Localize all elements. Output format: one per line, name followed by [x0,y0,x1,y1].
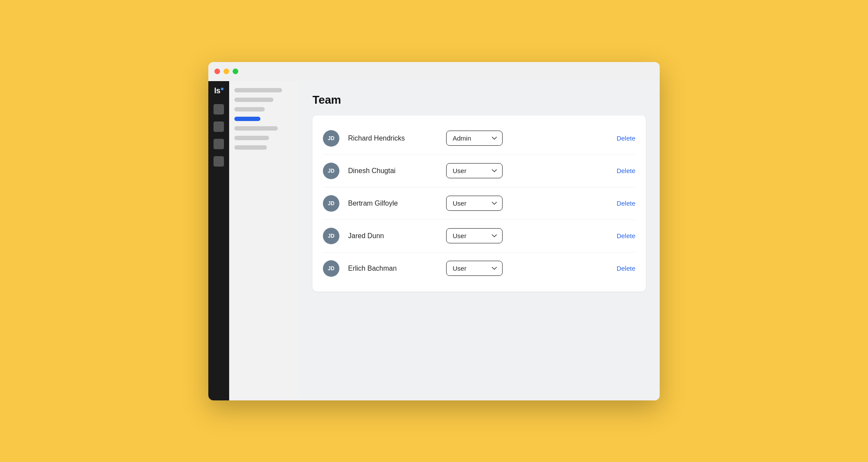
delete-button-dinesh[interactable]: Delete [609,167,635,174]
sidebar-icon-1[interactable] [214,104,224,115]
sidebar-nav-item-3[interactable] [234,107,265,111]
delete-button-bertram[interactable]: Delete [609,200,635,207]
team-row: JDBertram GilfoyleAdminUserDelete [323,187,635,220]
avatar-erlich: JD [323,260,339,277]
team-row: JDErlich BachmanAdminUserDelete [323,252,635,285]
sidebar-nav-item-active[interactable] [234,117,260,121]
avatar-jared: JD [323,228,339,244]
role-select-dinesh[interactable]: AdminUser [446,163,503,178]
member-name-dinesh: Dinesh Chugtai [348,167,437,175]
role-select-richard[interactable]: AdminUser [446,131,503,146]
sidebar-icon-2[interactable] [214,121,224,132]
role-select-jared[interactable]: AdminUser [446,228,503,243]
app-body: ls Team JDRichard HendricksAdminUserDele… [208,81,660,400]
team-row: JDDinesh ChugtaiAdminUserDelete [323,155,635,187]
page-title: Team [312,93,646,107]
member-name-richard: Richard Hendricks [348,134,437,142]
sidebar-nav-item-6[interactable] [234,136,269,140]
sidebar-dark: ls [208,81,229,400]
logo-dot [221,88,224,90]
sidebar-icon-3[interactable] [214,139,224,149]
titlebar [208,62,660,81]
sidebar-nav-item-2[interactable] [234,98,273,102]
avatar-richard: JD [323,130,339,147]
member-name-jared: Jared Dunn [348,232,437,240]
main-content: Team JDRichard HendricksAdminUserDeleteJ… [299,81,660,400]
avatar-bertram: JD [323,195,339,212]
team-card: JDRichard HendricksAdminUserDeleteJDDine… [312,115,646,292]
sidebar-nav-item-7[interactable] [234,145,267,150]
role-select-bertram[interactable]: AdminUser [446,196,503,211]
delete-button-erlich[interactable]: Delete [609,265,635,272]
avatar-dinesh: JD [323,163,339,179]
sidebar-secondary [229,81,299,400]
member-name-bertram: Bertram Gilfoyle [348,200,437,207]
maximize-button[interactable] [233,69,238,74]
role-select-erlich[interactable]: AdminUser [446,261,503,276]
logo-area: ls [214,86,223,95]
close-button[interactable] [214,69,220,74]
logo-text: ls [214,86,223,95]
delete-button-richard[interactable]: Delete [609,134,635,142]
minimize-button[interactable] [224,69,229,74]
app-window: ls Team JDRichard HendricksAdminUserDele… [208,62,660,400]
sidebar-nav-item-5[interactable] [234,126,278,131]
sidebar-nav-item-1[interactable] [234,88,282,92]
team-row: JDJared DunnAdminUserDelete [323,220,635,252]
delete-button-jared[interactable]: Delete [609,232,635,239]
sidebar-icon-4[interactable] [214,156,224,167]
member-name-erlich: Erlich Bachman [348,265,437,272]
team-row: JDRichard HendricksAdminUserDelete [323,122,635,155]
